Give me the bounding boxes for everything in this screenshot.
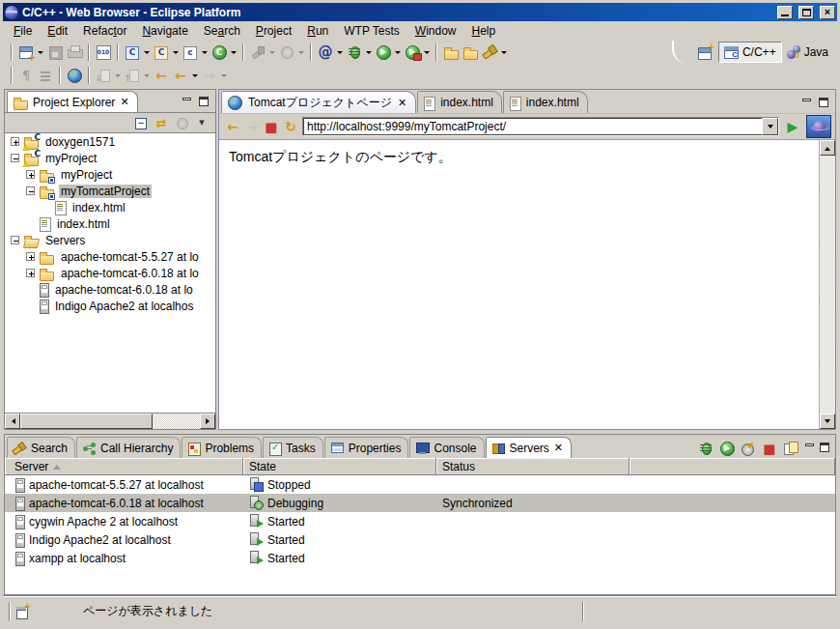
expand-icon[interactable]	[11, 137, 19, 146]
expand-icon[interactable]	[26, 252, 35, 261]
tree-item-myproject[interactable]: CmyProject	[5, 150, 215, 166]
server-row-apache-tomcat-5-5-27-at-localhost[interactable]: apache-tomcat-5.5.27 at localhostStopped	[5, 475, 835, 494]
nav-stop-button[interactable]: ■	[262, 117, 281, 136]
new-wizard-dropdown[interactable]	[36, 43, 45, 62]
debug-dropdown[interactable]	[364, 43, 374, 62]
view-menu-button[interactable]: ▼	[192, 113, 211, 132]
new-cpp-folder-dropdown[interactable]	[171, 43, 181, 62]
editor-minimize-button[interactable]	[799, 98, 813, 109]
debug-button[interactable]	[345, 43, 364, 62]
tree-item-myproject[interactable]: myProject	[5, 166, 215, 183]
browser-vscrollbar[interactable]	[819, 140, 835, 429]
url-input[interactable]	[303, 118, 762, 135]
new-c-project-button[interactable]: C	[123, 43, 142, 62]
view-tab-properties[interactable]: Properties	[324, 437, 409, 458]
debug-button[interactable]	[696, 439, 715, 458]
perspective-button-java[interactable]: J Java	[782, 42, 833, 63]
perspective-button-cpp[interactable]: C C/C++	[718, 42, 782, 63]
search-flashlight-dropdown[interactable]	[499, 43, 509, 62]
tree-item-apache-tomcat-6-0-18-at-lo[interactable]: apache-tomcat-6.0.18 at lo	[5, 281, 215, 298]
expand-icon[interactable]	[26, 170, 35, 179]
expand-icon[interactable]	[26, 269, 35, 277]
collapse-icon[interactable]	[26, 186, 35, 195]
collapse-icon[interactable]	[11, 236, 19, 244]
window-close-button[interactable]: ×	[820, 6, 835, 19]
scroll-right-button[interactable]	[200, 414, 215, 429]
scrollbar-track[interactable]	[153, 414, 200, 429]
window-minimize-button[interactable]	[777, 6, 793, 19]
new-c-file-button[interactable]: c	[181, 43, 200, 62]
tree-item-indigo-apache2-at-localhos[interactable]: Indigo Apache2 at localhos	[5, 298, 215, 314]
server-row-apache-tomcat-6-0-18-at-localhost[interactable]: apache-tomcat-6.0.18 at localhostDebuggi…	[5, 494, 835, 512]
scrollbar-thumb[interactable]	[20, 414, 153, 429]
annotation-at-dropdown[interactable]	[335, 43, 345, 62]
column-header-state[interactable]: State	[243, 458, 436, 475]
view-minimize-button[interactable]	[180, 97, 193, 108]
editor-tab-0[interactable]: Tomcatプロジェクトページ✕	[221, 91, 416, 113]
nav-refresh-button[interactable]: ↻	[281, 117, 300, 136]
view-tab-call-hierarchy[interactable]: Call Hierarchy	[76, 437, 181, 458]
tree-item-servers[interactable]: Servers	[5, 232, 215, 248]
new-cpp-folder-button[interactable]: C	[152, 43, 171, 62]
collapse-all-button[interactable]: −	[131, 113, 151, 132]
tree-item-mytomcatproject[interactable]: myTomcatProject	[5, 183, 215, 199]
link-editor-button[interactable]: ⇄	[152, 113, 171, 132]
server-row-indigo-apache2-at-localhost[interactable]: Indigo Apache2 at localhostStarted	[5, 530, 835, 549]
annotation-at-button[interactable]: @	[316, 43, 335, 62]
scroll-down-button[interactable]	[820, 414, 835, 429]
window-maximize-button[interactable]	[798, 6, 814, 19]
editor-tab-2[interactable]: index.html	[503, 91, 588, 113]
menu-search[interactable]: Search	[197, 22, 247, 40]
new-c-project-dropdown[interactable]	[142, 43, 152, 62]
view-tab-servers[interactable]: Servers✕	[486, 437, 573, 458]
view-tab-console[interactable]: Console	[409, 437, 484, 458]
project-explorer-close-icon[interactable]: ✕	[119, 97, 129, 107]
menu-wtp-tests[interactable]: WTP Tests	[337, 22, 406, 40]
bottom-maximize-button[interactable]	[818, 443, 831, 454]
scrollbar-track[interactable]	[820, 156, 835, 414]
nav-back-button[interactable]: ←	[223, 117, 242, 136]
menu-navigate[interactable]: Navigate	[135, 22, 194, 40]
stop-server-button[interactable]: ■	[760, 439, 779, 458]
server-row-xampp-at-localhost[interactable]: xampp at localhostStarted	[5, 549, 835, 567]
view-tab-tasks[interactable]: ✓Tasks	[263, 437, 323, 458]
view-tab-problems[interactable]: Problems	[182, 437, 262, 458]
column-header-status[interactable]: Status	[436, 458, 630, 475]
editor-tab-1[interactable]: index.html	[417, 91, 502, 113]
last-edit-location-button[interactable]: ←	[152, 66, 171, 85]
new-c-file-dropdown[interactable]	[200, 43, 210, 62]
tree-item-apache-tomcat-6-0-18-at-lo[interactable]: apache-tomcat-6.0.18 at lo	[5, 265, 215, 281]
back-dropdown[interactable]	[190, 66, 200, 85]
folder-export-button[interactable]	[461, 43, 480, 62]
collapse-icon[interactable]	[11, 154, 19, 162]
url-dropdown-button[interactable]	[762, 118, 778, 135]
menu-file[interactable]: File	[7, 22, 39, 40]
menu-run[interactable]: Run	[300, 22, 335, 40]
profile-button[interactable]	[739, 439, 758, 458]
run-button[interactable]: ▶	[374, 43, 393, 62]
run-external-button[interactable]: ▶	[403, 43, 422, 62]
view-tab-search[interactable]: Search	[7, 437, 75, 458]
search-flashlight-button[interactable]	[480, 43, 499, 62]
view-maximize-button[interactable]	[197, 97, 210, 108]
browser-logo-button[interactable]	[806, 115, 831, 138]
bottom-minimize-button[interactable]	[802, 443, 816, 454]
menu-window[interactable]: Window	[408, 22, 463, 40]
column-header-server[interactable]: Server	[5, 458, 243, 475]
folder-import-button[interactable]	[441, 43, 461, 62]
tree-item-index-html[interactable]: index.html	[5, 199, 215, 215]
tree-item-apache-tomcat-5-5-27-at-lo[interactable]: apache-tomcat-5.5.27 at lo	[5, 248, 215, 265]
view-tab-close-icon[interactable]: ✕	[553, 443, 564, 453]
editor-tab-close-icon[interactable]: ✕	[397, 98, 407, 108]
menu-refactor[interactable]: Refactor	[76, 22, 133, 40]
go-button[interactable]: ▶	[781, 116, 804, 137]
web-browser-button[interactable]	[65, 66, 84, 85]
project-explorer-tab[interactable]: Project Explorer ✕	[7, 91, 138, 112]
editor-maximize-button[interactable]	[817, 98, 830, 109]
scroll-left-button[interactable]	[5, 414, 20, 429]
new-class-button[interactable]: C	[210, 43, 229, 62]
menu-project[interactable]: Project	[249, 22, 298, 40]
new-wizard-button[interactable]: +	[16, 43, 36, 62]
scroll-up-button[interactable]	[820, 140, 835, 156]
menu-help[interactable]: Help	[465, 22, 503, 40]
